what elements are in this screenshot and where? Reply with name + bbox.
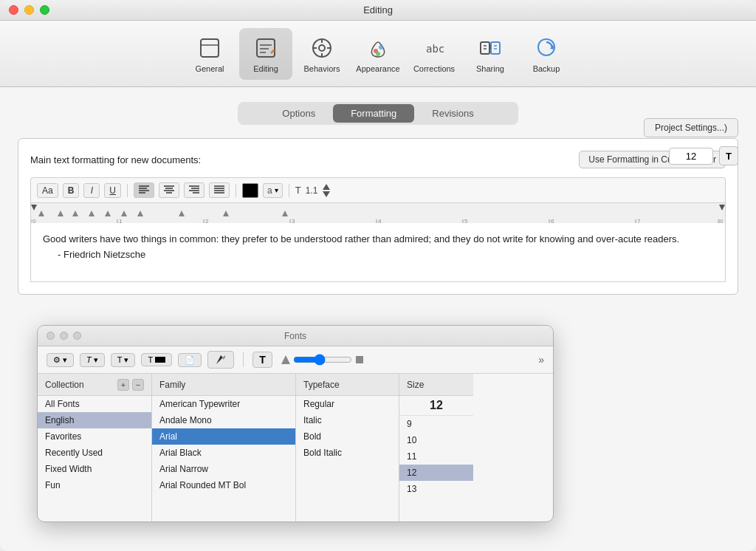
text-color-box[interactable]	[242, 183, 258, 198]
appearance-icon	[365, 35, 391, 61]
svg-text:0: 0	[32, 218, 36, 223]
general-label: General	[195, 64, 224, 73]
sharing-icon	[477, 35, 504, 61]
family-row-3[interactable]: Arial	[152, 428, 295, 445]
family-row-4[interactable]: Arial Black	[152, 445, 295, 461]
underline-btn[interactable]: U	[104, 183, 121, 198]
size-input[interactable]	[669, 148, 713, 165]
fonts-traffic-lights	[47, 332, 81, 340]
add-collection-btn[interactable]: +	[117, 379, 129, 391]
corrections-label: Corrections	[413, 64, 455, 73]
toolbar-item-behaviors[interactable]: Behaviors	[295, 28, 348, 80]
fonts-color-T-button[interactable]: T	[141, 353, 172, 366]
svg-point-8	[319, 45, 325, 51]
preview-size-slider[interactable]	[293, 354, 352, 366]
fonts-titlebar: Fonts	[38, 326, 553, 346]
fonts-panel: Fonts ⚙ ▾ T ▾ T ▾ T 📄	[37, 325, 554, 522]
size-field-row: T	[669, 146, 738, 165]
project-settings-button[interactable]: Project Settings...)	[644, 118, 738, 137]
traffic-lights	[9, 5, 49, 15]
toolbar-item-appearance[interactable]: Appearance	[351, 28, 405, 80]
minimize-button[interactable]	[24, 5, 34, 15]
line-height-stepper[interactable]	[322, 183, 331, 198]
fonts-preview-T-button[interactable]: T	[252, 352, 272, 368]
text-color-dropdown[interactable]: a ▾	[263, 183, 283, 198]
collection-row-fun[interactable]: Fun	[38, 477, 151, 493]
svg-marker-41	[323, 191, 330, 197]
collection-row-english[interactable]: English	[38, 412, 151, 428]
collection-row-recently[interactable]: Recently Used	[38, 445, 151, 461]
typeface-header: Typeface	[296, 374, 399, 396]
collection-header-label: Collection	[45, 380, 84, 390]
family-row-1[interactable]: American Typewriter	[152, 396, 295, 412]
fonts-T-icon: T	[86, 355, 92, 364]
align-left-btn[interactable]	[134, 182, 154, 198]
fonts-text-T-button[interactable]: T ▾	[80, 353, 105, 367]
typeface-row-regular[interactable]: Regular	[296, 396, 399, 412]
size-display-row: 12	[399, 396, 473, 416]
quote-text: Good writers have two things in common: …	[43, 233, 679, 244]
fonts-chevron[interactable]: »	[538, 353, 544, 366]
svg-rect-0	[201, 39, 219, 57]
fonts-tl-1[interactable]	[47, 332, 55, 340]
toolbar: General Editing	[0, 21, 756, 87]
size-row-10[interactable]: 10	[399, 432, 473, 448]
fonts-color-box	[155, 357, 165, 363]
tab-revisions[interactable]: Revisions	[414, 104, 491, 123]
remove-collection-btn[interactable]: −	[132, 379, 144, 391]
size-row-12[interactable]: 12	[399, 465, 473, 481]
maximize-button[interactable]	[40, 5, 49, 15]
align-justify-btn[interactable]	[209, 182, 230, 198]
family-row-2[interactable]: Andale Mono	[152, 412, 295, 428]
svg-rect-2	[257, 39, 275, 57]
toolbar-item-editing[interactable]: Editing	[239, 28, 292, 80]
font-size-btn[interactable]: Aa	[37, 183, 58, 198]
typeface-row-italic[interactable]: Italic	[296, 412, 399, 428]
size-row-11[interactable]: 11	[399, 448, 473, 465]
tab-bar: Options Formatting Revisions	[238, 102, 518, 125]
toolbar-item-general[interactable]: General	[183, 28, 236, 80]
align-center-btn[interactable]	[159, 182, 179, 198]
family-row-5[interactable]: Arial Narrow	[152, 461, 295, 477]
toolbar-item-backup[interactable]: Backup	[520, 28, 573, 80]
svg-text:5: 5	[464, 218, 468, 223]
slider-max-icon	[355, 355, 364, 364]
svg-rect-74	[356, 356, 363, 363]
formatting-header: Main text formatting for new documents: …	[30, 151, 726, 168]
typeface-row-bold-italic[interactable]: Bold Italic	[296, 445, 399, 461]
fonts-tl-2[interactable]	[60, 332, 68, 340]
content-area: Main text formatting for new documents: …	[18, 138, 738, 295]
toolbar-item-corrections[interactable]: abc Corrections	[408, 28, 461, 80]
size-row-13[interactable]: 13	[399, 481, 473, 497]
separator-1	[127, 184, 128, 197]
text-display: Good writers have two things in common: …	[30, 223, 726, 282]
fonts-tl-3[interactable]	[73, 332, 81, 340]
collection-row-fixed[interactable]: Fixed Width	[38, 461, 151, 477]
fonts-size-button[interactable]: T ▾	[111, 353, 136, 367]
paint-icon	[214, 353, 227, 366]
tab-options[interactable]: Options	[264, 104, 333, 123]
fonts-doc-button[interactable]: 📄	[178, 353, 202, 367]
close-button[interactable]	[9, 5, 18, 15]
main-content: Options Formatting Revisions Main text f…	[0, 87, 756, 551]
fonts-gear-button[interactable]: ⚙ ▾	[47, 353, 74, 367]
typeface-header-label: Typeface	[303, 380, 340, 390]
size-row-9[interactable]: 9	[399, 416, 473, 432]
fonts-paint-button[interactable]	[207, 351, 234, 369]
family-row-6[interactable]: Arial Rounded MT Bol	[152, 477, 295, 493]
collection-row-favorites[interactable]: Favorites	[38, 428, 151, 445]
tab-formatting[interactable]: Formatting	[333, 104, 414, 123]
appearance-label: Appearance	[356, 64, 399, 73]
bold-btn[interactable]: B	[63, 183, 80, 198]
align-right-btn[interactable]	[184, 182, 205, 198]
typeface-row-bold[interactable]: Bold	[296, 428, 399, 445]
toolbar-item-sharing[interactable]: Sharing	[464, 28, 517, 80]
svg-marker-73	[281, 355, 290, 364]
svg-rect-18	[491, 42, 500, 54]
collection-row-all[interactable]: All Fonts	[38, 396, 151, 412]
separator-2	[236, 184, 236, 197]
svg-text:6: 6	[551, 218, 554, 223]
fonts-table: Collection + − All Fonts English Favorit…	[38, 374, 553, 521]
italic-btn[interactable]: I	[83, 183, 100, 198]
t-icon: T	[719, 146, 738, 165]
